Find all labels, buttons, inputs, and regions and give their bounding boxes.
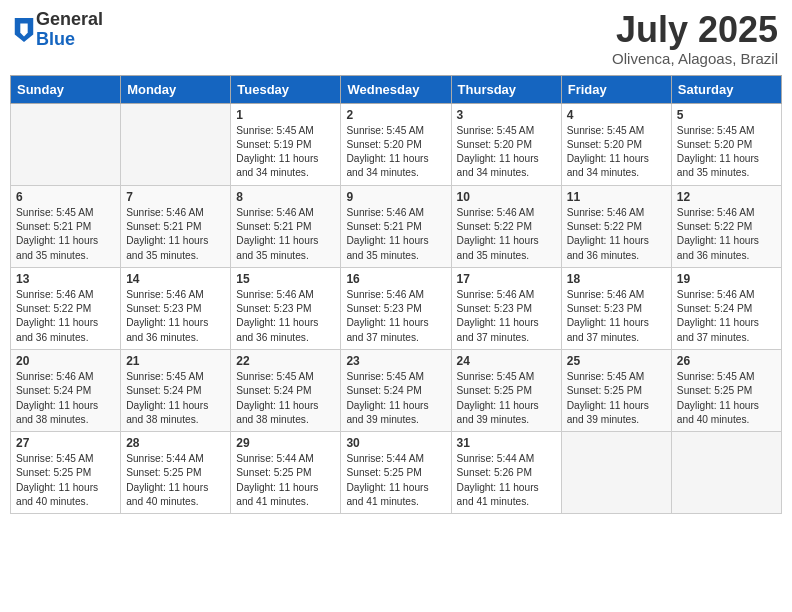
day-number: 30 (346, 436, 445, 450)
calendar-cell: 10Sunrise: 5:46 AMSunset: 5:22 PMDayligh… (451, 185, 561, 267)
calendar-cell: 29Sunrise: 5:44 AMSunset: 5:25 PMDayligh… (231, 432, 341, 514)
calendar-cell: 1Sunrise: 5:45 AMSunset: 5:19 PMDaylight… (231, 103, 341, 185)
day-number: 11 (567, 190, 666, 204)
day-number: 15 (236, 272, 335, 286)
cell-content: Sunrise: 5:45 AMSunset: 5:24 PMDaylight:… (126, 370, 225, 427)
calendar-cell: 18Sunrise: 5:46 AMSunset: 5:23 PMDayligh… (561, 267, 671, 349)
calendar-cell: 14Sunrise: 5:46 AMSunset: 5:23 PMDayligh… (121, 267, 231, 349)
calendar-location: Olivenca, Alagoas, Brazil (612, 50, 778, 67)
cell-content: Sunrise: 5:44 AMSunset: 5:25 PMDaylight:… (126, 452, 225, 509)
day-number: 7 (126, 190, 225, 204)
cell-content: Sunrise: 5:46 AMSunset: 5:21 PMDaylight:… (126, 206, 225, 263)
logo-general-text: General (36, 10, 103, 30)
cell-content: Sunrise: 5:46 AMSunset: 5:24 PMDaylight:… (677, 288, 776, 345)
calendar-cell: 3Sunrise: 5:45 AMSunset: 5:20 PMDaylight… (451, 103, 561, 185)
calendar-cell: 16Sunrise: 5:46 AMSunset: 5:23 PMDayligh… (341, 267, 451, 349)
day-number: 23 (346, 354, 445, 368)
weekday-header: Wednesday (341, 75, 451, 103)
cell-content: Sunrise: 5:46 AMSunset: 5:23 PMDaylight:… (236, 288, 335, 345)
cell-content: Sunrise: 5:46 AMSunset: 5:21 PMDaylight:… (236, 206, 335, 263)
day-number: 2 (346, 108, 445, 122)
calendar-cell: 20Sunrise: 5:46 AMSunset: 5:24 PMDayligh… (11, 349, 121, 431)
calendar-table: SundayMondayTuesdayWednesdayThursdayFrid… (10, 75, 782, 515)
day-number: 16 (346, 272, 445, 286)
calendar-header-row: SundayMondayTuesdayWednesdayThursdayFrid… (11, 75, 782, 103)
cell-content: Sunrise: 5:46 AMSunset: 5:23 PMDaylight:… (346, 288, 445, 345)
cell-content: Sunrise: 5:46 AMSunset: 5:23 PMDaylight:… (567, 288, 666, 345)
cell-content: Sunrise: 5:45 AMSunset: 5:20 PMDaylight:… (346, 124, 445, 181)
day-number: 13 (16, 272, 115, 286)
calendar-cell (11, 103, 121, 185)
day-number: 20 (16, 354, 115, 368)
calendar-week-row: 27Sunrise: 5:45 AMSunset: 5:25 PMDayligh… (11, 432, 782, 514)
calendar-cell: 23Sunrise: 5:45 AMSunset: 5:24 PMDayligh… (341, 349, 451, 431)
calendar-cell: 5Sunrise: 5:45 AMSunset: 5:20 PMDaylight… (671, 103, 781, 185)
weekday-header: Friday (561, 75, 671, 103)
day-number: 8 (236, 190, 335, 204)
page-header: General Blue July 2025 Olivenca, Alagoas… (10, 10, 782, 67)
title-block: July 2025 Olivenca, Alagoas, Brazil (612, 10, 778, 67)
day-number: 6 (16, 190, 115, 204)
cell-content: Sunrise: 5:45 AMSunset: 5:20 PMDaylight:… (567, 124, 666, 181)
cell-content: Sunrise: 5:45 AMSunset: 5:20 PMDaylight:… (457, 124, 556, 181)
cell-content: Sunrise: 5:45 AMSunset: 5:25 PMDaylight:… (567, 370, 666, 427)
day-number: 9 (346, 190, 445, 204)
weekday-header: Sunday (11, 75, 121, 103)
cell-content: Sunrise: 5:45 AMSunset: 5:24 PMDaylight:… (346, 370, 445, 427)
cell-content: Sunrise: 5:45 AMSunset: 5:24 PMDaylight:… (236, 370, 335, 427)
day-number: 3 (457, 108, 556, 122)
calendar-cell: 22Sunrise: 5:45 AMSunset: 5:24 PMDayligh… (231, 349, 341, 431)
calendar-cell: 21Sunrise: 5:45 AMSunset: 5:24 PMDayligh… (121, 349, 231, 431)
cell-content: Sunrise: 5:46 AMSunset: 5:23 PMDaylight:… (457, 288, 556, 345)
day-number: 19 (677, 272, 776, 286)
day-number: 27 (16, 436, 115, 450)
cell-content: Sunrise: 5:44 AMSunset: 5:26 PMDaylight:… (457, 452, 556, 509)
cell-content: Sunrise: 5:46 AMSunset: 5:23 PMDaylight:… (126, 288, 225, 345)
calendar-cell: 27Sunrise: 5:45 AMSunset: 5:25 PMDayligh… (11, 432, 121, 514)
calendar-cell: 6Sunrise: 5:45 AMSunset: 5:21 PMDaylight… (11, 185, 121, 267)
day-number: 12 (677, 190, 776, 204)
cell-content: Sunrise: 5:45 AMSunset: 5:25 PMDaylight:… (16, 452, 115, 509)
calendar-cell (671, 432, 781, 514)
day-number: 10 (457, 190, 556, 204)
cell-content: Sunrise: 5:45 AMSunset: 5:19 PMDaylight:… (236, 124, 335, 181)
calendar-cell (121, 103, 231, 185)
day-number: 21 (126, 354, 225, 368)
cell-content: Sunrise: 5:46 AMSunset: 5:21 PMDaylight:… (346, 206, 445, 263)
cell-content: Sunrise: 5:45 AMSunset: 5:21 PMDaylight:… (16, 206, 115, 263)
day-number: 26 (677, 354, 776, 368)
cell-content: Sunrise: 5:45 AMSunset: 5:20 PMDaylight:… (677, 124, 776, 181)
calendar-cell: 15Sunrise: 5:46 AMSunset: 5:23 PMDayligh… (231, 267, 341, 349)
calendar-week-row: 1Sunrise: 5:45 AMSunset: 5:19 PMDaylight… (11, 103, 782, 185)
day-number: 14 (126, 272, 225, 286)
cell-content: Sunrise: 5:46 AMSunset: 5:22 PMDaylight:… (677, 206, 776, 263)
day-number: 31 (457, 436, 556, 450)
calendar-cell: 4Sunrise: 5:45 AMSunset: 5:20 PMDaylight… (561, 103, 671, 185)
cell-content: Sunrise: 5:46 AMSunset: 5:24 PMDaylight:… (16, 370, 115, 427)
calendar-cell: 25Sunrise: 5:45 AMSunset: 5:25 PMDayligh… (561, 349, 671, 431)
day-number: 22 (236, 354, 335, 368)
weekday-header: Thursday (451, 75, 561, 103)
calendar-title: July 2025 (612, 10, 778, 50)
calendar-cell: 24Sunrise: 5:45 AMSunset: 5:25 PMDayligh… (451, 349, 561, 431)
calendar-cell: 12Sunrise: 5:46 AMSunset: 5:22 PMDayligh… (671, 185, 781, 267)
cell-content: Sunrise: 5:46 AMSunset: 5:22 PMDaylight:… (457, 206, 556, 263)
calendar-cell: 2Sunrise: 5:45 AMSunset: 5:20 PMDaylight… (341, 103, 451, 185)
calendar-week-row: 6Sunrise: 5:45 AMSunset: 5:21 PMDaylight… (11, 185, 782, 267)
calendar-cell: 26Sunrise: 5:45 AMSunset: 5:25 PMDayligh… (671, 349, 781, 431)
day-number: 17 (457, 272, 556, 286)
calendar-cell: 7Sunrise: 5:46 AMSunset: 5:21 PMDaylight… (121, 185, 231, 267)
calendar-cell (561, 432, 671, 514)
cell-content: Sunrise: 5:44 AMSunset: 5:25 PMDaylight:… (236, 452, 335, 509)
calendar-cell: 31Sunrise: 5:44 AMSunset: 5:26 PMDayligh… (451, 432, 561, 514)
day-number: 29 (236, 436, 335, 450)
weekday-header: Monday (121, 75, 231, 103)
logo-blue-text: Blue (36, 30, 103, 50)
weekday-header: Tuesday (231, 75, 341, 103)
cell-content: Sunrise: 5:46 AMSunset: 5:22 PMDaylight:… (567, 206, 666, 263)
calendar-cell: 9Sunrise: 5:46 AMSunset: 5:21 PMDaylight… (341, 185, 451, 267)
calendar-cell: 11Sunrise: 5:46 AMSunset: 5:22 PMDayligh… (561, 185, 671, 267)
day-number: 18 (567, 272, 666, 286)
day-number: 24 (457, 354, 556, 368)
calendar-cell: 13Sunrise: 5:46 AMSunset: 5:22 PMDayligh… (11, 267, 121, 349)
